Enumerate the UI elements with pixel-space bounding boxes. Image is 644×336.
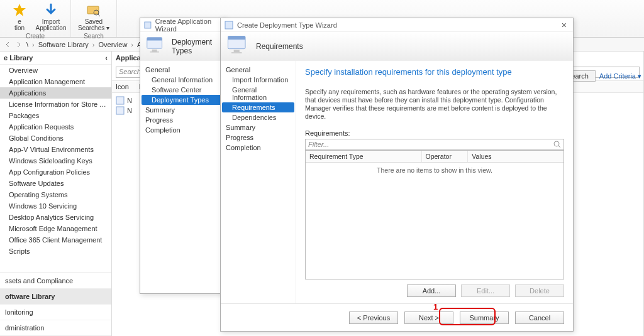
tree-node-software-updates[interactable]: Software Updates [0, 178, 111, 189]
chevron-left-icon[interactable]: ‹ [105, 54, 108, 62]
wunderbar-software-library[interactable]: oftware Library [0, 289, 111, 305]
wizard-description: Specify any requirements, such as hardwa… [305, 88, 564, 121]
saved-searches-button[interactable]: Saved Searches ▾ [76, 1, 111, 33]
col-requirement-type[interactable]: Requirement Type [306, 151, 422, 162]
grid-empty-text: There are no items to show in this view. [306, 163, 564, 279]
tree-node-global-conditions[interactable]: Global Conditions [0, 133, 111, 144]
wizard-section-title: Requirements [256, 42, 303, 51]
breadcrumb-item[interactable]: Overview [99, 41, 128, 48]
ribbon-btn-label: tion [14, 25, 25, 31]
tree-node-operating-systems[interactable]: Operating Systems [0, 189, 111, 200]
filter-input[interactable]: Filter... [305, 139, 564, 150]
list-row-text: N [127, 97, 132, 104]
breadcrumb-sep: › [131, 41, 133, 48]
tree-node-app-management[interactable]: Application Management [0, 76, 111, 87]
nav-item-requirements[interactable]: Requirements [222, 102, 294, 112]
wizard-header: Deployment Types [140, 32, 226, 61]
nav-item-software-center[interactable]: Software Center [140, 85, 225, 95]
add-criteria-link[interactable]: Add Criteria ▾ [599, 72, 641, 80]
nav-item-deployment-types[interactable]: Deployment Types [142, 95, 224, 105]
svg-rect-17 [231, 52, 242, 53]
tree-node-office365[interactable]: Office 365 Client Management [0, 234, 111, 246]
tree-node-scripts[interactable]: Scripts [0, 246, 111, 257]
nav-item-progress[interactable]: Progress [221, 133, 296, 143]
svg-rect-16 [234, 50, 240, 52]
ribbon-btn-label: Searches ▾ [78, 25, 109, 31]
wizard-titlebar[interactable]: Create Application Wizard [140, 18, 226, 32]
svg-line-19 [558, 146, 560, 148]
wizard-main: Specify installation requirements for th… [296, 61, 573, 303]
wizard-titlebar[interactable]: Create Deployment Type Wizard × [221, 18, 573, 32]
nav-tree-header: e Library ‹ [0, 51, 111, 65]
svg-marker-0 [13, 4, 26, 16]
close-button[interactable]: × [559, 20, 569, 30]
nav-group: General [140, 65, 225, 75]
nav-tree-title: e Library [4, 54, 33, 62]
breadcrumb-sep: › [32, 41, 35, 48]
breadcrumb-sep: › [92, 41, 95, 48]
add-button[interactable]: Add... [407, 285, 456, 297]
wizard-icon [144, 21, 152, 30]
ribbon-group-label: Create [26, 33, 45, 40]
svg-rect-5 [116, 107, 124, 114]
col-icon[interactable]: Icon [116, 83, 129, 90]
wunderbar-monitoring[interactable]: lonitoring [0, 305, 111, 320]
nav-item-completion[interactable]: Completion [140, 125, 225, 135]
cancel-button[interactable]: Cancel [515, 312, 564, 324]
wunderbar: ssets and Compliance oftware Library lon… [0, 273, 111, 336]
grid-header: Requirement Type Operator Values [306, 151, 564, 163]
svg-point-18 [554, 141, 559, 146]
nav-item-summary[interactable]: Summary [221, 122, 296, 133]
ribbon-btn-label: Application [36, 25, 67, 31]
back-icon[interactable] [4, 41, 11, 48]
edit-button: Edit... [461, 285, 510, 297]
ribbon-group-search: Saved Searches ▾ Search [71, 0, 117, 37]
filter-placeholder: Filter... [308, 141, 329, 148]
nav-group: General [221, 65, 296, 75]
svg-rect-15 [228, 36, 246, 40]
nav-item-dependencies[interactable]: Dependencies [221, 112, 296, 122]
previous-button[interactable]: < Previous [349, 312, 398, 324]
svg-rect-12 [150, 51, 159, 52]
wizard-create-deployment-type: Create Deployment Type Wizard × Requirem… [220, 18, 574, 332]
breadcrumb-item[interactable]: \ [26, 41, 28, 48]
wizard-icon [225, 21, 233, 30]
nav-item-completion[interactable]: Completion [221, 143, 296, 153]
wunderbar-administration[interactable]: dministration [0, 320, 111, 336]
tree-node-packages[interactable]: Packages [0, 110, 111, 121]
arrow-down-icon [43, 3, 58, 18]
tree-node-edge-management[interactable]: Microsoft Edge Management [0, 223, 111, 234]
nav-item-general-info[interactable]: General Information [221, 85, 296, 102]
forward-icon[interactable] [15, 41, 23, 48]
app-icon [116, 106, 125, 115]
tree-node-sideloading[interactable]: Windows Sideloading Keys [0, 155, 111, 166]
monitor-icon [225, 33, 252, 60]
import-application-button[interactable]: Import Application [36, 1, 65, 33]
tree-node-license-info[interactable]: License Information for Store Apps [0, 99, 111, 110]
create-application-button[interactable]: e tion [5, 1, 34, 33]
wunderbar-assets[interactable]: ssets and Compliance [0, 273, 111, 289]
monitor-icon [144, 33, 168, 60]
search-icon [553, 141, 561, 148]
tree-node-applications[interactable]: Applications [0, 87, 111, 99]
tree-node-appv[interactable]: App-V Virtual Environments [0, 144, 111, 155]
tree-node-app-requests[interactable]: Application Requests [0, 121, 111, 133]
annotation-highlight [439, 308, 496, 325]
col-operator[interactable]: Operator [422, 151, 469, 162]
tree-node-desktop-analytics[interactable]: Desktop Analytics Servicing [0, 212, 111, 223]
breadcrumb-item[interactable]: Software Library [38, 41, 89, 48]
col-values[interactable]: Values [468, 151, 564, 162]
tree-node-config-policies[interactable]: App Configuration Policies [0, 166, 111, 178]
nav-item-progress[interactable]: Progress [140, 115, 225, 125]
nav-item-import-info[interactable]: Import Information [221, 75, 296, 85]
nav-item-summary[interactable]: Summary [140, 105, 225, 115]
folder-search-icon [86, 3, 101, 18]
nav-item-general-info[interactable]: General Information [140, 75, 225, 85]
annotation-1: 1 [433, 302, 438, 312]
wizard-heading: Specify installation requirements for th… [305, 67, 564, 77]
tree-node-win10-servicing[interactable]: Windows 10 Servicing [0, 200, 111, 212]
tree-node-overview[interactable]: Overview [0, 65, 111, 76]
wizard-nav: General Import Information General Infor… [221, 61, 296, 303]
svg-rect-4 [116, 97, 124, 104]
svg-rect-10 [147, 37, 162, 40]
